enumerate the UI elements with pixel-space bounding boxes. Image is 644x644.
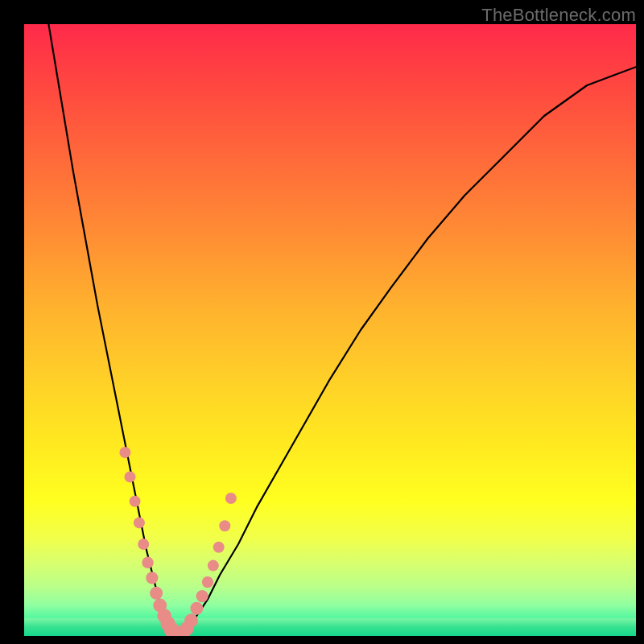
dot <box>190 602 203 615</box>
dot <box>184 614 198 628</box>
dot <box>150 587 163 600</box>
dot <box>196 590 208 602</box>
highlight-dots <box>119 447 236 636</box>
dot <box>124 471 135 482</box>
dot <box>142 557 153 568</box>
dot <box>225 493 237 504</box>
dot <box>213 542 225 553</box>
dot <box>130 496 141 507</box>
dot <box>138 539 149 550</box>
bottleneck-curve <box>48 24 636 636</box>
dot <box>119 447 130 458</box>
chart-frame: TheBottleneck.com <box>0 0 644 644</box>
dot <box>146 572 158 584</box>
chart-svg <box>24 24 636 636</box>
plot-area <box>24 24 636 636</box>
dot <box>202 576 213 588</box>
dot <box>208 560 219 572</box>
watermark-text: TheBottleneck.com <box>481 5 636 26</box>
dot <box>219 520 230 531</box>
dot <box>134 517 145 528</box>
